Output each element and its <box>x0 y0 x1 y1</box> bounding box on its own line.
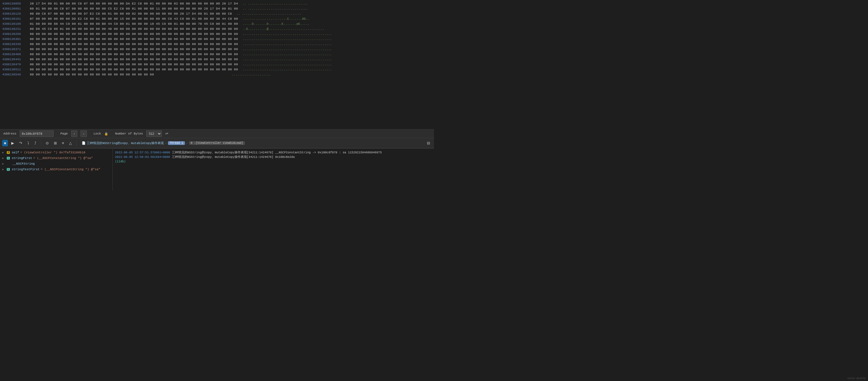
hex-bytes: 09 01 00 00 00 C8 07 00 00 00 00 00 00 C… <box>30 7 238 10</box>
hex-addr: 4308136126 <box>2 12 28 15</box>
hex-addr: 4308136476 <box>2 63 28 66</box>
console-link[interactable]: (lldb) <box>115 160 126 163</box>
console-text: 三种情况的NSString的copy、mutableCopy操作表现[34211… <box>170 155 294 159</box>
app-container: 4308136056 20 17 D4 09 01 00 00 00 C8 07… <box>0 0 434 190</box>
thread-badge: Thread 1 <box>168 141 185 145</box>
variables-panel: ▶ A self = (ViewController *) 0x7faf3310… <box>0 148 113 190</box>
hex-row[interactable]: 4308136266 00 00 00 00 00 00 00 00 00 00… <box>0 32 434 37</box>
page-next-button[interactable]: › <box>81 131 87 137</box>
address-input[interactable] <box>20 131 54 137</box>
var-name: stringTestFirst <box>11 168 39 171</box>
hex-row[interactable]: 4308136336 00 00 00 00 00 00 00 00 00 00… <box>0 42 434 47</box>
hex-bytes: 01 00 00 00 88 44 C9 00 01 00 00 00 B0 4… <box>30 22 238 26</box>
lock-icon: 🔒 <box>104 132 108 136</box>
hex-ascii: ..................... <box>231 73 316 76</box>
breadcrumb-file: 三种情况的NSString的copy、mutableCopy操作表现 <box>87 141 164 145</box>
console-timestamp: 2022-06-05 12:57:51.578061+0800 <box>115 151 170 154</box>
hex-row[interactable]: 4308136441 00 00 00 00 00 00 00 00 00 00… <box>0 57 434 62</box>
var-value: = (__NSCFConstantString *) @"sa" <box>40 168 100 171</box>
hex-ascii: ........................................… <box>243 32 332 36</box>
hex-addr: 4308136336 <box>2 42 28 46</box>
hex-ascii: ........................C.......8D.. <box>243 17 327 21</box>
hex-row[interactable]: 4308136091 09 01 00 00 00 C8 07 00 00 00… <box>0 6 434 11</box>
console-panel: 2022-06-05 12:57:51.578061+0800 三种情况的NSS… <box>113 148 434 190</box>
hex-row[interactable]: 4308136301 00 00 00 00 00 00 00 00 00 00… <box>0 37 434 42</box>
hex-bytes: 00 D0 45 C9 00 01 00 00 00 00 00 00 00 4… <box>30 27 238 31</box>
hex-row[interactable]: 4308136196 01 00 00 00 88 44 C9 00 01 00… <box>0 22 434 27</box>
console-line: 2022-06-05 12:57:51.578061+0800 三种情况的NSS… <box>115 150 432 155</box>
hex-row[interactable]: 4308136546 00 00 00 00 00 00 00 00 00 00… <box>0 72 434 77</box>
hex-row[interactable]: 4308136126 00 00 C8 07 00 00 00 00 00 D7… <box>0 11 434 16</box>
variable-row[interactable]: ▶ L stringTestFirst = (__NSCFConstantStr… <box>0 167 113 172</box>
variable-row[interactable]: ▶ L stringFirst = (__NSCFConstantString … <box>0 155 113 161</box>
hex-ascii: ..E..........@..........................… <box>243 27 327 31</box>
page-prev-button[interactable]: ‹ <box>71 131 78 137</box>
hex-row[interactable]: 4308136161 07 00 00 00 00 00 00 DD E2 C8… <box>0 16 434 22</box>
thread-picker-button[interactable]: ⊞ <box>52 140 59 146</box>
breadcrumb-sep-2: › <box>186 142 188 145</box>
hex-bytes: 00 00 00 00 00 00 00 00 00 00 00 00 00 0… <box>30 42 238 46</box>
hex-row[interactable]: 4308136371 00 00 00 00 00 00 00 00 00 00… <box>0 47 434 52</box>
num-bytes-select[interactable]: 512 256 1024 <box>146 131 162 137</box>
variable-row[interactable]: ▶ __NSCFString <box>0 161 113 167</box>
hex-addr: 4308136161 <box>2 17 28 21</box>
hex-bytes: 00 00 00 00 00 00 00 00 00 00 00 00 00 0… <box>30 53 238 56</box>
num-bytes-arrow: ▲▼ <box>165 132 168 135</box>
debugger-panel: ▶ A self = (ViewController *) 0x7faf3310… <box>0 148 434 190</box>
hex-addr: 4308136511 <box>2 68 28 71</box>
hex-bytes: 00 00 C8 07 00 00 00 00 00 D7 E2 C8 00 0… <box>30 12 232 15</box>
var-type-badge: A <box>7 151 10 154</box>
hex-addr: 4308136406 <box>2 53 28 56</box>
var-expand-icon: ▶ <box>2 162 6 166</box>
hex-addr: 4308136266 <box>2 32 28 36</box>
continue-button[interactable]: ▶ <box>9 140 16 146</box>
hex-bytes: 20 17 D4 09 01 00 00 00 C8 07 00 00 00 0… <box>30 2 238 5</box>
debugger-toolbar: ■ ▶ ↷ ⤵ ⤴ ⊙ ⊞ ≡ △ 📄 三种情况的NSString的copy、m… <box>0 138 434 148</box>
hex-row[interactable]: 4308136056 20 17 D4 09 01 00 00 00 C8 07… <box>0 1 434 6</box>
hex-addr: 4308136301 <box>2 37 28 41</box>
hex-bytes: 00 00 00 00 00 00 00 00 00 00 00 00 00 0… <box>30 32 238 36</box>
hex-ascii: ........................................… <box>243 63 332 66</box>
breakpoints-button[interactable]: ⊙ <box>44 140 51 146</box>
queue-button[interactable]: ≡ <box>60 140 66 146</box>
toolbar-sep-1 <box>41 140 41 146</box>
hex-ascii: .....D.......D.......E.......pE..... <box>243 22 327 26</box>
hex-addr: 4308136441 <box>2 58 28 61</box>
var-value: = (__NSCFConstantString *) @"sa" <box>33 157 93 160</box>
step-over-button[interactable]: ↷ <box>18 140 24 146</box>
hex-bytes: 00 00 00 00 00 00 00 00 00 00 00 00 00 0… <box>30 37 238 41</box>
stop-button[interactable]: ■ <box>2 140 8 146</box>
hex-ascii: ........................................… <box>243 47 332 51</box>
hex-dump-area: 4308136056 20 17 D4 09 01 00 00 00 C8 07… <box>0 0 434 129</box>
hex-row[interactable]: 4308136231 00 D0 45 C9 00 01 00 00 00 00… <box>0 27 434 32</box>
hex-row[interactable]: 4308136476 00 00 00 00 00 00 00 00 00 00… <box>0 62 434 67</box>
breadcrumb-sep-1: › <box>165 142 167 145</box>
hex-addr: 4308136056 <box>2 2 28 5</box>
console-timestamp: 2022-06-05 12:58:03.501694+0800 <box>115 155 170 159</box>
file-icon: 📄 <box>82 141 86 145</box>
hex-row[interactable]: 4308136511 00 00 00 00 00 00 00 00 00 00… <box>0 67 434 72</box>
console-line: (lldb) <box>115 159 432 164</box>
step-into-button[interactable]: ⤵ <box>26 140 31 146</box>
hex-ascii: ........................................… <box>243 68 332 71</box>
sidebar-toggle-button[interactable]: ⊟ <box>425 140 432 146</box>
frame-badge: 0 -[ViewController viewDidLoad] <box>189 141 245 145</box>
hex-ascii: ........................................… <box>243 42 332 46</box>
simulate-button[interactable]: △ <box>67 140 73 146</box>
hex-bytes: 00 00 00 00 00 00 00 00 00 00 00 00 00 0… <box>30 63 238 66</box>
hex-row[interactable]: 4308136406 00 00 00 00 00 00 00 00 00 00… <box>0 52 434 57</box>
console-text: 三种情况的NSString的copy、mutableCopy操作表现[34211… <box>170 151 381 154</box>
hex-ascii: .. ................................ <box>243 7 327 10</box>
var-expand-icon: ▶ <box>2 157 6 160</box>
hex-addr: 4308136091 <box>2 7 28 10</box>
hex-bytes: 07 00 00 00 00 00 00 DD E2 C8 00 01 00 0… <box>30 17 238 21</box>
step-out-button[interactable]: ⤴ <box>33 140 38 146</box>
variable-row[interactable]: ▶ A self = (ViewController *) 0x7faf3310… <box>0 150 113 155</box>
hex-bytes: 00 00 00 00 00 00 00 00 00 00 00 00 00 0… <box>30 73 227 76</box>
address-bar: Address Page ‹ › Lock 🔒 Number of Bytes … <box>0 129 434 138</box>
var-name: stringFirst <box>11 157 32 160</box>
console-line: 2022-06-05 12:58:03.501694+0800 三种情况的NSS… <box>115 155 432 159</box>
var-name: __NSCFString <box>12 162 35 166</box>
address-label: Address <box>3 132 17 135</box>
var-name: self <box>11 151 19 154</box>
